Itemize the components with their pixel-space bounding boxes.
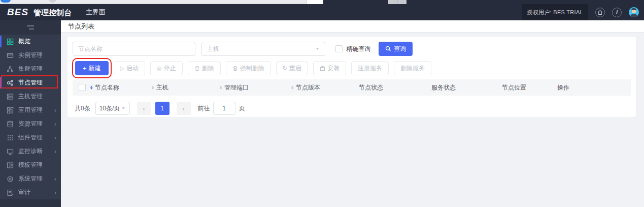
play-icon: ▷ — [120, 66, 124, 71]
monitor-icon — [7, 148, 14, 155]
column-header-node-version[interactable]: ▲▼ 节点版本 — [291, 83, 359, 92]
authorized-user-badge: 授权用户: BES TRIAL — [522, 4, 588, 20]
page-size-select[interactable]: 10条/页 ▼ — [95, 102, 130, 115]
tab-main-ui[interactable]: 主界面 — [86, 8, 106, 17]
overview-grid-icon — [7, 38, 14, 45]
column-header-host[interactable]: ▲▼ 主机 — [151, 83, 219, 92]
node-name-input[interactable] — [73, 42, 195, 56]
column-header-actions: 操作 — [557, 83, 631, 92]
sidebar-item-cluster-management[interactable]: 集群管理 — [0, 62, 61, 76]
exact-query-checkbox-wrap[interactable]: 精确查询 — [335, 45, 370, 53]
sidebar-item-label: 组件管理 — [18, 133, 43, 142]
app-logo: BES 管理控制台 — [7, 7, 72, 18]
search-button-label: 查询 — [394, 45, 406, 53]
search-button[interactable]: 查询 — [379, 42, 413, 56]
prev-page-button[interactable]: ‹ — [137, 102, 151, 115]
column-label: 主机 — [156, 83, 168, 92]
sidebar-item-template-management[interactable]: 模板管理 — [0, 158, 61, 172]
stop-button[interactable]: ◎ 停止 — [150, 61, 183, 75]
logo-suffix-text: 管理控制台 — [33, 8, 72, 18]
sidebar-item-host-management[interactable]: 主机管理 — [0, 90, 61, 103]
host-select-placeholder: 主机 — [207, 45, 219, 53]
start-button[interactable]: ▷ 启动 — [114, 61, 145, 75]
start-button-label: 启动 — [126, 64, 139, 73]
column-header-node-location: 节点位置 — [502, 83, 557, 92]
browser-button-remnant — [388, 0, 406, 4]
user-avatar[interactable] — [629, 7, 639, 17]
home-icon[interactable] — [595, 8, 605, 17]
page-size-value: 10条/页 — [99, 104, 120, 113]
column-header-node-name[interactable]: ▲▼ 节点名称 — [90, 83, 151, 92]
delete-service-button[interactable]: 删除服务 — [394, 61, 431, 75]
install-button[interactable]: 安装 — [313, 61, 346, 75]
avatar-body — [630, 14, 637, 17]
sidebar-item-node-management[interactable]: 节点管理 — [0, 76, 61, 90]
column-label: 管理端口 — [224, 83, 249, 92]
sort-icon[interactable]: ▲▼ — [151, 85, 154, 90]
chevron-right-icon: › — [54, 134, 56, 141]
trash-icon — [194, 66, 200, 71]
chevron-right-icon: › — [54, 148, 56, 155]
sidebar-item-label: 审计 — [18, 188, 30, 197]
stop-icon: ◎ — [157, 66, 162, 71]
exact-query-label: 精确查询 — [346, 45, 370, 53]
next-page-button[interactable]: › — [177, 102, 191, 115]
sidebar-item-label: 监控诊断 — [18, 147, 43, 156]
column-header-mgmt-port[interactable]: ▲▼ 管理端口 — [219, 83, 291, 92]
bes-console-window: BES 管理控制台 主界面 授权用户: BES TRIAL i — [0, 0, 644, 207]
delete-button[interactable]: 删除 — [188, 61, 221, 75]
sort-icon[interactable]: ▲▼ — [90, 85, 93, 90]
page-title-bar: 节点列表 — [61, 20, 644, 33]
sort-icon[interactable]: ▲▼ — [291, 85, 294, 90]
main-area: 节点列表 主机 ▼ 精确查询 — [61, 20, 644, 207]
page-number-button[interactable]: 1 — [155, 102, 170, 115]
divider — [397, 0, 397, 4]
sidebar-item-component-management[interactable]: 组件管理 › — [0, 131, 61, 144]
register-service-button[interactable]: 注册服务 — [351, 61, 389, 75]
sidebar-item-monitoring-diagnosis[interactable]: 监控诊断 › — [0, 144, 61, 158]
host-icon — [7, 93, 14, 100]
goto-page-input[interactable] — [213, 102, 235, 115]
sidebar-item-system-management[interactable]: 系统管理 › — [0, 172, 61, 186]
page-unit-label: 页 — [239, 104, 245, 113]
host-select[interactable]: 主机 ▼ — [201, 42, 325, 56]
restart-icon: ↻ — [283, 66, 287, 71]
active-indicator-bar — [0, 77, 2, 88]
stop-button-label: 停止 — [164, 64, 176, 73]
collapse-sidebar-icon — [26, 25, 35, 30]
sidebar-item-app-management[interactable]: 应用管理 › — [0, 103, 61, 117]
node-list-card: 主机 ▼ 精确查询 查询 — [67, 37, 636, 117]
sidebar-item-label: 应用管理 — [18, 106, 43, 114]
sidebar-item-label: 模板管理 — [18, 161, 43, 169]
sidebar-item-label: 资源管理 — [18, 120, 43, 128]
active-indicator-bar — [0, 36, 2, 47]
column-header-node-status: 节点状态 — [359, 83, 431, 92]
sidebar-item-label: 实例管理 — [18, 51, 43, 60]
select-all-cell — [73, 84, 90, 91]
sidebar-item-resource-management[interactable]: 资源管理 › — [0, 117, 61, 131]
register-service-label: 注册服务 — [358, 64, 382, 73]
total-count: 共0条 — [75, 104, 90, 113]
sort-icon[interactable]: ▲▼ — [219, 85, 222, 90]
column-label: 节点位置 — [502, 83, 526, 92]
logo-bes-text: BES — [7, 7, 28, 18]
exact-query-checkbox[interactable] — [335, 45, 343, 52]
restart-button-label: 重启 — [289, 64, 301, 73]
component-icon — [7, 134, 14, 141]
install-box-icon — [320, 66, 325, 71]
sidebar-collapse-row[interactable] — [0, 20, 61, 35]
browser-toolbar-strip — [0, 0, 323, 4]
sidebar-item-label: 系统管理 — [18, 174, 43, 183]
search-icon — [385, 46, 391, 52]
pagination-bar: 共0条 10条/页 ▼ ‹ 1 › — [73, 102, 631, 115]
create-button[interactable]: + 新建 — [75, 61, 109, 75]
column-header-service-status: 服务状态 — [431, 83, 502, 92]
sidebar-item-audit[interactable]: 审计 › — [0, 186, 61, 199]
info-icon[interactable]: i — [612, 8, 622, 17]
select-all-checkbox[interactable] — [79, 84, 86, 91]
force-delete-button-label: 强制删除 — [240, 64, 264, 73]
sidebar-item-instance-management[interactable]: 实例管理 — [0, 48, 61, 62]
restart-button[interactable]: ↻ 重启 — [276, 61, 308, 75]
sidebar-item-overview[interactable]: 概览 — [0, 35, 61, 48]
force-delete-button[interactable]: 强制删除 — [226, 61, 271, 75]
